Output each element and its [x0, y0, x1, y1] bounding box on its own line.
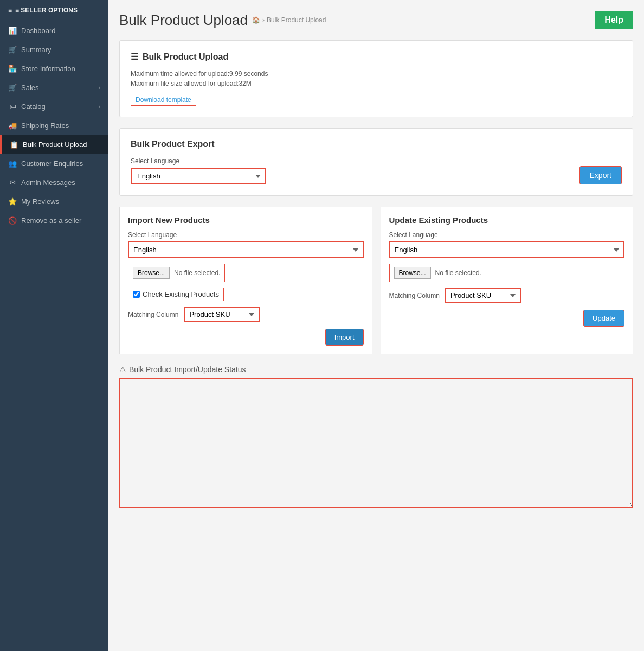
update-language-select[interactable]: English French Spanish German: [389, 241, 625, 258]
check-existing-checkbox[interactable]: [133, 291, 140, 298]
status-section: ⚠ Bulk Product Import/Update Status: [119, 365, 633, 510]
page-header: Bulk Product Upload 🏠 › Bulk Product Upl…: [119, 11, 633, 29]
import-update-grid: Import New Products Select Language Engl…: [119, 207, 633, 354]
remove-icon: 🚫: [8, 216, 17, 225]
sidebar-item-store-information[interactable]: 🏪 Store Information: [0, 59, 108, 78]
menu-icon: ≡: [8, 7, 12, 14]
import-matching-select[interactable]: Product SKU Product ID Product Name: [184, 307, 260, 322]
export-card: Bulk Product Export Select Language Engl…: [119, 128, 633, 196]
export-card-inner: Bulk Product Export Select Language Engl…: [131, 139, 622, 184]
export-button[interactable]: Export: [579, 166, 622, 184]
sidebar-item-label: My Reviews: [21, 197, 59, 206]
sidebar-item-label: Summary: [21, 46, 51, 54]
max-time-info: Maximum time allowed for upload:9.99 sec…: [131, 70, 622, 78]
sidebar-item-sales[interactable]: 🛒 Sales ›: [0, 78, 108, 97]
sidebar-item-shipping-rates[interactable]: 🚚 Shipping Rates: [0, 116, 108, 135]
messages-icon: ✉: [8, 178, 17, 187]
help-button[interactable]: Help: [595, 11, 633, 29]
page-title-area: Bulk Product Upload 🏠 › Bulk Product Upl…: [119, 12, 326, 29]
download-template-link[interactable]: Download template: [131, 94, 196, 106]
sidebar-item-remove-as-seller[interactable]: 🚫 Remove as a seller: [0, 211, 108, 230]
breadcrumb-home-icon: 🏠: [252, 16, 260, 24]
sidebar: ≡ ≡ SELLER OPTIONS 📊 Dashboard 🛒 Summary…: [0, 0, 108, 651]
update-language-label: Select Language: [389, 231, 625, 239]
update-button[interactable]: Update: [583, 310, 624, 327]
update-existing-products-card: Update Existing Products Select Language…: [381, 207, 634, 354]
bulk-upload-icon: 📋: [10, 141, 18, 149]
summary-icon: 🛒: [8, 46, 17, 54]
import-file-browse-area: Browse... No file selected.: [128, 264, 225, 282]
shipping-icon: 🚚: [8, 122, 17, 130]
update-section-title: Update Existing Products: [389, 215, 625, 225]
update-no-file-text: No file selected.: [435, 269, 481, 277]
store-icon: 🏪: [8, 65, 17, 73]
sidebar-item-label: Dashboard: [21, 27, 56, 35]
sidebar-item-label: Remove as a seller: [21, 216, 81, 225]
import-language-select[interactable]: English French Spanish German: [128, 241, 364, 258]
breadcrumb-current: Bulk Product Upload: [267, 16, 326, 24]
update-browse-button[interactable]: Browse...: [394, 267, 431, 279]
reviews-icon: ⭐: [8, 197, 17, 206]
sidebar-item-label: Store Information: [21, 65, 75, 73]
update-file-browse-area: Browse... No file selected.: [389, 264, 486, 282]
chevron-right-icon: ›: [99, 104, 100, 110]
import-language-label: Select Language: [128, 231, 364, 239]
update-matching-select[interactable]: Product SKU Product ID Product Name: [445, 288, 521, 303]
check-existing-label: Check Existing Products: [143, 290, 219, 298]
main-content: Bulk Product Upload 🏠 › Bulk Product Upl…: [108, 0, 644, 651]
sidebar-item-catalog[interactable]: 🏷 Catalog ›: [0, 97, 108, 116]
sidebar-item-label: Admin Messages: [21, 178, 75, 187]
sidebar-item-dashboard[interactable]: 📊 Dashboard: [0, 21, 108, 40]
status-textarea[interactable]: [119, 378, 633, 508]
sidebar-item-label: Shipping Rates: [21, 122, 69, 130]
chevron-right-icon: ›: [99, 85, 100, 91]
import-matching-row: Matching Column Product SKU Product ID P…: [128, 307, 364, 322]
breadcrumb-separator: ›: [262, 16, 265, 24]
sidebar-item-summary[interactable]: 🛒 Summary: [0, 40, 108, 59]
update-matching-row: Matching Column Product SKU Product ID P…: [389, 288, 625, 303]
catalog-icon: 🏷: [8, 103, 17, 111]
sidebar-header: ≡ ≡ SELLER OPTIONS: [0, 0, 108, 21]
sidebar-item-bulk-product-upload[interactable]: 📋 Bulk Product Upload: [0, 135, 108, 154]
sidebar-item-admin-messages[interactable]: ✉ Admin Messages: [0, 173, 108, 192]
export-title: Bulk Product Export: [131, 139, 579, 149]
bulk-upload-card-title: ☰ Bulk Product Upload: [131, 52, 622, 62]
import-button[interactable]: Import: [325, 329, 364, 346]
sidebar-item-label: Sales: [21, 84, 39, 92]
sidebar-item-customer-enquiries[interactable]: 👥 Customer Enquiries: [0, 154, 108, 173]
page-title: Bulk Product Upload: [119, 12, 248, 29]
sidebar-title: ≡ SELLER OPTIONS: [15, 7, 78, 14]
import-browse-button[interactable]: Browse...: [133, 267, 170, 279]
sidebar-item-label: Customer Enquiries: [21, 159, 83, 168]
bulk-upload-info-card: ☰ Bulk Product Upload Maximum time allow…: [119, 40, 633, 117]
list-icon: ☰: [131, 52, 138, 62]
import-no-file-text: No file selected.: [174, 269, 220, 277]
customer-icon: 👥: [8, 159, 17, 168]
import-new-products-card: Import New Products Select Language Engl…: [119, 207, 372, 354]
status-title: ⚠ Bulk Product Import/Update Status: [119, 365, 633, 374]
sidebar-item-my-reviews[interactable]: ⭐ My Reviews: [0, 192, 108, 211]
import-section-title: Import New Products: [128, 215, 364, 225]
warning-icon: ⚠: [119, 365, 126, 374]
export-language-label: Select Language: [131, 157, 579, 165]
check-existing-products-area: Check Existing Products: [128, 288, 224, 301]
sidebar-item-label: Bulk Product Upload: [23, 141, 87, 149]
sales-icon: 🛒: [8, 84, 17, 92]
export-left: Bulk Product Export Select Language Engl…: [131, 139, 579, 184]
breadcrumb: 🏠 › Bulk Product Upload: [252, 16, 326, 24]
sidebar-item-label: Catalog: [21, 103, 46, 111]
dashboard-icon: 📊: [8, 27, 17, 35]
export-language-select[interactable]: English French Spanish German: [131, 168, 266, 184]
update-matching-label: Matching Column: [389, 292, 440, 299]
import-matching-label: Matching Column: [128, 311, 178, 318]
max-file-info: Maximum file size allowed for upload:32M: [131, 80, 622, 87]
